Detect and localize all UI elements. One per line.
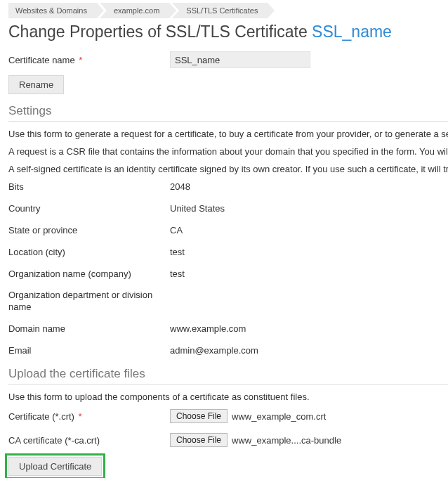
email-value: admin@example.com (170, 345, 448, 356)
org-value: test (170, 269, 448, 279)
cert-name-input[interactable] (170, 51, 310, 68)
settings-desc-2: A request is a CSR file that contains th… (8, 146, 448, 157)
required-mark: * (79, 55, 82, 65)
crt-label: Certificate (*.crt) * (8, 411, 170, 422)
crt-label-text: Certificate (*.crt) (8, 411, 74, 422)
required-mark: * (79, 411, 82, 422)
bits-label: Bits (8, 181, 170, 193)
cacrt-file-name: www_example....ca-bundle (232, 435, 341, 446)
upload-heading: Upload the certificate files (8, 367, 448, 385)
cacrt-label: CA certificate (*-ca.crt) (8, 435, 170, 446)
breadcrumb-item-websites[interactable]: Websites & Domains (8, 3, 97, 18)
location-label: Location (city) (8, 247, 170, 259)
bits-value: 2048 (170, 181, 448, 192)
crt-file-name: www_example_com.crt (232, 411, 326, 422)
settings-heading: Settings (8, 104, 448, 122)
domain-value: www.example.com (170, 323, 448, 334)
breadcrumb-item-ssl[interactable]: SSL/TLS Certificates (172, 3, 268, 18)
rename-button[interactable]: Rename (8, 75, 64, 94)
email-label: Email (8, 345, 170, 357)
domain-label: Domain name (8, 323, 170, 335)
state-value: CA (170, 225, 448, 235)
org-label: Organization name (company) (8, 269, 170, 280)
breadcrumb: Websites & Domains example.com SSL/TLS C… (8, 3, 448, 18)
country-label: Country (8, 203, 170, 215)
upload-certificate-button[interactable]: Upload Certificate (8, 457, 102, 476)
choose-file-cacrt-button[interactable]: Choose File (170, 433, 228, 447)
page-title: Change Properties of SSL/TLS Certificate… (8, 22, 448, 41)
upload-desc: Use this form to upload the components o… (8, 392, 448, 402)
cert-name-label: Certificate name * (8, 55, 170, 65)
page-title-prefix: Change Properties of SSL/TLS Certificate (8, 22, 312, 41)
settings-desc-1: Use this form to generate a request for … (8, 129, 448, 139)
choose-file-crt-button[interactable]: Choose File (170, 409, 228, 423)
settings-desc-3: A self-signed certificate is an identity… (8, 164, 448, 174)
dept-label: Organization department or division name (8, 290, 170, 314)
location-value: test (170, 247, 448, 257)
page-title-name: SSL_name (312, 22, 392, 41)
country-value: United States (170, 203, 448, 214)
breadcrumb-item-domain[interactable]: example.com (100, 3, 169, 18)
state-label: State or province (8, 225, 170, 237)
cert-name-label-text: Certificate name (8, 55, 75, 65)
